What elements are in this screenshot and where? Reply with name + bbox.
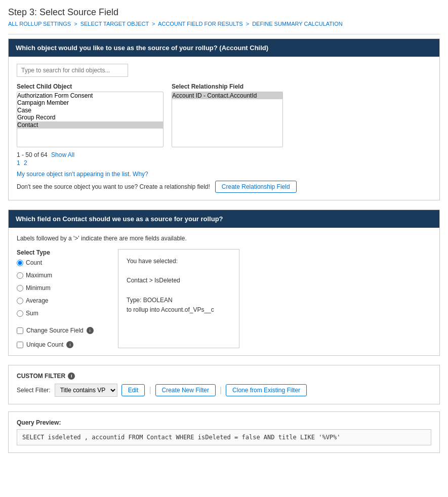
filter-row: Select Filter: Title contains VP Edit | … bbox=[17, 384, 431, 397]
source-field-header: Which field on Contact should we use as … bbox=[9, 210, 439, 228]
custom-filter-info-icon[interactable]: i bbox=[68, 372, 75, 380]
unique-count-checkbox[interactable] bbox=[17, 342, 23, 348]
pagination-text: 1 - 50 of 64 bbox=[17, 151, 48, 158]
create-relationship-button[interactable]: Create Relationship Field bbox=[215, 181, 297, 193]
list-item[interactable]: Group Record bbox=[17, 114, 163, 121]
custom-filter-title: CUSTOM FILTER bbox=[17, 372, 65, 380]
relationship-field-list[interactable]: Account ID - Contact.AccountId bbox=[172, 92, 283, 147]
page-title: Step 3: Select Source Field bbox=[8, 7, 440, 18]
child-object-list[interactable]: Authorization Form Consent Campaign Memb… bbox=[17, 92, 164, 147]
change-source-row: Change Source Field i bbox=[17, 327, 108, 334]
search-input[interactable] bbox=[17, 64, 128, 77]
rollup-info: to rollup into Account.of_VPs__c bbox=[127, 305, 231, 315]
filter-select[interactable]: Title contains VP bbox=[55, 384, 117, 397]
child-object-label: Select Child Object bbox=[17, 83, 164, 90]
note-text: Labels followed by a '>' indicate there … bbox=[17, 235, 431, 242]
clone-filter-button[interactable]: Clone from Existing Filter bbox=[226, 384, 307, 396]
radio-sum[interactable]: Sum bbox=[17, 310, 108, 317]
radio-maximum-input[interactable] bbox=[17, 272, 23, 279]
list-item[interactable]: Campaign Member bbox=[17, 99, 163, 106]
show-all-link[interactable]: Show All bbox=[51, 151, 74, 158]
pagination: 1 - 50 of 64 Show All 1 2 bbox=[17, 151, 431, 167]
list-item[interactable]: Case bbox=[17, 107, 163, 114]
change-source-label: Change Source Field bbox=[26, 327, 84, 334]
filter-sep-1: | bbox=[149, 386, 151, 395]
radio-minimum-label: Minimum bbox=[26, 284, 51, 292]
edit-filter-button[interactable]: Edit bbox=[121, 384, 145, 396]
breadcrumb-item-0[interactable]: ALL ROLLUP SETTINGS bbox=[8, 21, 71, 27]
page-2-link[interactable]: 2 bbox=[24, 159, 27, 167]
query-preview-box: SELECT isdeleted , accountid FROM Contac… bbox=[17, 429, 431, 445]
radio-sum-input[interactable] bbox=[17, 310, 23, 317]
unique-count-info-icon[interactable]: i bbox=[66, 341, 73, 348]
select-type-col: Select Type Count Maximum Minimum bbox=[17, 249, 108, 348]
query-preview-label: Query Preview: bbox=[17, 419, 431, 426]
query-preview-section: Query Preview: SELECT isdeleted , accoun… bbox=[8, 411, 440, 453]
radio-average[interactable]: Average bbox=[17, 297, 108, 304]
select-filter-label: Select Filter: bbox=[17, 387, 51, 394]
selects-row: Select Child Object Authorization Form C… bbox=[17, 83, 431, 147]
list-item[interactable]: Account ID - Contact.AccountId bbox=[172, 92, 282, 99]
relationship-field-label: Select Relationship Field bbox=[172, 83, 283, 90]
source-field-section: Which field on Contact should we use as … bbox=[8, 210, 440, 356]
radio-sum-label: Sum bbox=[26, 310, 38, 317]
child-object-wrapper: Authorization Form Consent Campaign Memb… bbox=[17, 92, 164, 147]
custom-filter-section: CUSTOM FILTER i Select Filter: Title con… bbox=[8, 365, 440, 404]
unique-count-label: Unique Count bbox=[26, 341, 63, 348]
unique-count-row: Unique Count i bbox=[17, 341, 108, 348]
not-appearing-link[interactable]: My source object isn't appearing in the … bbox=[17, 171, 431, 178]
change-source-checkbox[interactable] bbox=[17, 327, 23, 334]
page-1-link[interactable]: 1 bbox=[17, 159, 20, 167]
radio-maximum[interactable]: Maximum bbox=[17, 272, 108, 279]
radio-average-input[interactable] bbox=[17, 298, 23, 304]
breadcrumb: ALL ROLLUP SETTINGS > SELECT TARGET OBJE… bbox=[8, 21, 440, 27]
change-source-info-icon[interactable]: i bbox=[87, 327, 94, 334]
radio-minimum[interactable]: Minimum bbox=[17, 284, 108, 292]
custom-filter-header: CUSTOM FILTER i bbox=[17, 372, 431, 380]
selected-field: Contact > IsDeleted bbox=[127, 276, 231, 285]
radio-count-label: Count bbox=[26, 259, 42, 266]
dont-see-row: Don't see the source object you want to … bbox=[17, 181, 431, 193]
selected-info-box: You have selected: Contact > IsDeleted T… bbox=[118, 249, 239, 348]
type-selection-row: Select Type Count Maximum Minimum bbox=[17, 249, 431, 348]
source-object-section: Which object would you like to use as th… bbox=[8, 38, 440, 200]
filter-sep-2: | bbox=[220, 386, 222, 395]
create-filter-button[interactable]: Create New Filter bbox=[155, 384, 216, 396]
radio-count[interactable]: Count bbox=[17, 259, 108, 266]
list-item[interactable]: Authorization Form Consent bbox=[17, 92, 163, 99]
list-item[interactable]: Contact bbox=[17, 121, 163, 129]
you-have-selected: You have selected: bbox=[127, 257, 231, 266]
radio-average-label: Average bbox=[26, 297, 48, 304]
page-numbers: 1 2 bbox=[17, 159, 431, 167]
relationship-field-wrapper: Account ID - Contact.AccountId bbox=[172, 92, 283, 147]
header-divider bbox=[8, 34, 440, 34]
dont-see-text: Don't see the source object you want to … bbox=[17, 183, 210, 190]
breadcrumb-item-2[interactable]: ACCOUNT FIELD FOR RESULTS bbox=[158, 21, 243, 27]
relationship-field-group: Select Relationship Field Account ID - C… bbox=[172, 83, 283, 147]
radio-group: Count Maximum Minimum Average bbox=[17, 259, 108, 320]
source-object-header: Which object would you like to use as th… bbox=[9, 39, 439, 57]
select-type-label: Select Type bbox=[17, 249, 108, 256]
radio-count-input[interactable] bbox=[17, 260, 23, 266]
breadcrumb-item-3[interactable]: DEFINE SUMMARY CALCULATION bbox=[252, 21, 342, 27]
radio-maximum-label: Maximum bbox=[26, 272, 52, 279]
breadcrumb-item-1[interactable]: SELECT TARGET OBJECT bbox=[80, 21, 149, 27]
radio-minimum-input[interactable] bbox=[17, 285, 23, 292]
selected-type-label: Type: BOOLEAN bbox=[127, 296, 231, 305]
child-object-group: Select Child Object Authorization Form C… bbox=[17, 83, 164, 147]
